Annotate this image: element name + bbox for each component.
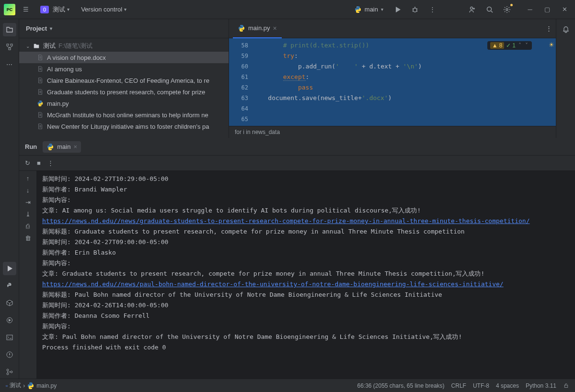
print-button[interactable]: ⎙ <box>26 223 30 230</box>
search-button[interactable] <box>483 3 496 16</box>
minimize-button[interactable]: ─ <box>523 3 537 16</box>
breadcrumb[interactable]: ▫ 测试 › main.py <box>6 381 57 390</box>
svg-rect-8 <box>9 48 11 50</box>
tree-root[interactable]: ⌄ 测试 F:\随笔\测试 <box>19 40 229 52</box>
clear-button[interactable]: 🗑 <box>25 235 31 242</box>
vcs-tool-button[interactable] <box>3 365 16 379</box>
svg-point-12 <box>7 369 9 371</box>
structure-tool-button[interactable] <box>3 40 16 54</box>
tree-file[interactable]: Graduate students to present research, c… <box>19 86 229 98</box>
close-button[interactable]: ✕ <box>558 3 571 16</box>
warnings-badge[interactable]: ▲ 8 <box>490 42 505 49</box>
tree-file-label: Graduate students to present research, c… <box>47 89 205 96</box>
console-line: 新闻内容: <box>42 258 569 269</box>
project-tree: ⌄ 测试 F:\随笔\测试 A vision of hope.docxAI am… <box>19 38 229 138</box>
tree-file[interactable]: AI among us <box>19 63 229 75</box>
soft-wrap-button[interactable]: ⇥ <box>25 199 31 206</box>
terminal-button[interactable] <box>3 331 16 344</box>
settings-button[interactable] <box>500 3 514 16</box>
run-side-toolbar: ↑ ↓ ⇥ ⤓ ⎙ 🗑 <box>19 171 36 379</box>
lock-icon[interactable] <box>563 382 569 389</box>
editor-more-button[interactable]: ⋮ <box>546 25 552 32</box>
tree-file[interactable]: main.py <box>19 98 229 109</box>
run-tab[interactable]: main × <box>43 141 81 153</box>
indent-setting[interactable]: 4 spaces <box>496 382 519 389</box>
console-link[interactable]: https://news.nd.edu//news/paul-bohn-name… <box>42 280 504 288</box>
chevron-down-icon: ▾ <box>67 7 69 12</box>
line-separator[interactable]: CRLF <box>451 382 466 389</box>
reader-mode-icon[interactable]: ☀ <box>549 41 554 48</box>
editor-breadcrumb[interactable]: for i in news_data <box>229 126 556 137</box>
notifications-button[interactable] <box>559 23 573 36</box>
editor-body[interactable]: 5859606162636465 # print(d.text.strip())… <box>229 38 556 126</box>
right-tool-rail <box>556 19 575 138</box>
file-encoding[interactable]: UTF-8 <box>473 382 489 389</box>
cursor-position[interactable]: 66:36 (2055 chars, 65 line breaks) <box>357 382 444 389</box>
close-run-tab[interactable]: × <box>73 143 77 150</box>
python-packages-button[interactable] <box>3 296 16 310</box>
problems-button[interactable] <box>3 348 16 361</box>
console-line: 新闻标题: Graduate students to present resea… <box>42 226 569 237</box>
main-menu-button[interactable]: ☰ <box>19 3 33 16</box>
run-more-button[interactable]: ⋮ <box>47 159 54 167</box>
tree-file[interactable]: New Center for Liturgy initiative aims t… <box>19 121 229 132</box>
project-panel-header[interactable]: Project ▾ <box>19 19 229 38</box>
rerun-button[interactable]: ↻ <box>25 159 30 167</box>
console-link[interactable]: https://news.nd.edu//news/graduate-stude… <box>42 217 529 224</box>
tree-file-label: McGrath Institute to host online seminar… <box>47 112 208 119</box>
breadcrumb-text: for i in news_data <box>235 129 280 135</box>
close-tab-button[interactable]: × <box>273 24 277 32</box>
breadcrumb-file: main.py <box>36 382 57 389</box>
python-icon <box>354 6 362 13</box>
typos-badge[interactable]: ✓ 1 <box>506 42 516 49</box>
editor-panel: main.py × ⋮ 5859606162636465 # print(d.t… <box>229 19 556 138</box>
code-with-me-button[interactable] <box>466 3 479 16</box>
svg-point-3 <box>471 7 473 9</box>
debug-button[interactable] <box>408 3 422 16</box>
project-name: 测试 <box>53 5 65 14</box>
run-tool-button[interactable] <box>3 262 16 275</box>
tree-file-label: New Center for Liturgy initiative aims t… <box>47 123 209 130</box>
project-tool-button[interactable] <box>3 23 16 36</box>
up-stack-button[interactable]: ↑ <box>26 175 30 182</box>
chevron-down-icon: ▾ <box>124 7 126 12</box>
down-stack-button[interactable]: ↓ <box>26 187 30 194</box>
more-tools-button[interactable]: ⋯ <box>3 57 16 71</box>
file-icon <box>36 88 44 96</box>
project-selector[interactable]: 0 测试 ▾ <box>36 3 73 16</box>
maximize-button[interactable]: ▢ <box>540 3 554 16</box>
run-config-selector[interactable]: main ▾ <box>350 4 387 15</box>
services-button[interactable] <box>3 314 16 327</box>
vcs-selector[interactable]: Version control ▾ <box>77 4 130 15</box>
inspection-summary[interactable]: ▲ 8 ✓ 1 ˄ ˅ <box>487 41 532 50</box>
python-console-button[interactable] <box>3 279 16 292</box>
console-output[interactable]: 新闻时间: 2024-02-27T10:29:00-05:00新闻作者: Bra… <box>36 171 575 379</box>
vcs-label: Version control <box>81 6 122 13</box>
svg-point-4 <box>487 7 492 11</box>
tree-file[interactable]: McGrath Institute to host online seminar… <box>19 109 229 121</box>
prev-highlight-button[interactable]: ˄ <box>518 42 522 49</box>
tree-file[interactable]: A vision of hope.docx <box>19 52 229 63</box>
editor-tab[interactable]: main.py × <box>233 19 282 38</box>
scroll-to-end-button[interactable]: ⤓ <box>25 211 31 218</box>
tree-file[interactable]: Claire Babineaux-Fontenot, CEO of Feedin… <box>19 75 229 86</box>
console-line: 新闻作者: Deanna Csomo Ferrell <box>42 311 569 321</box>
tree-root-path: F:\随笔\测试 <box>58 42 92 50</box>
run-button[interactable] <box>391 3 404 16</box>
chevron-down-icon: ▾ <box>381 7 383 12</box>
tree-file-label: main.py <box>47 100 69 107</box>
console-line: https://news.nd.edu//news/paul-bohn-name… <box>42 279 569 290</box>
run-toolbar: ↻ ■ ⋮ <box>19 156 575 171</box>
console-line: 文章: AI among us: Social media users stru… <box>42 205 569 216</box>
console-line: Process finished with exit code 0 <box>42 342 569 353</box>
svg-rect-7 <box>11 44 12 46</box>
code-area[interactable]: # print(d.text.strip()) try: p.add_run('… <box>253 38 556 126</box>
svg-rect-10 <box>7 335 12 340</box>
next-highlight-button[interactable]: ˅ <box>524 42 529 49</box>
more-actions-button[interactable]: ⋮ <box>426 3 439 16</box>
stop-button[interactable]: ■ <box>37 159 41 167</box>
console-line: 新闻作者: Brandi Wampler <box>42 184 569 195</box>
svg-rect-6 <box>7 44 9 46</box>
interpreter[interactable]: Python 3.11 <box>526 382 556 389</box>
svg-point-2 <box>413 8 417 12</box>
